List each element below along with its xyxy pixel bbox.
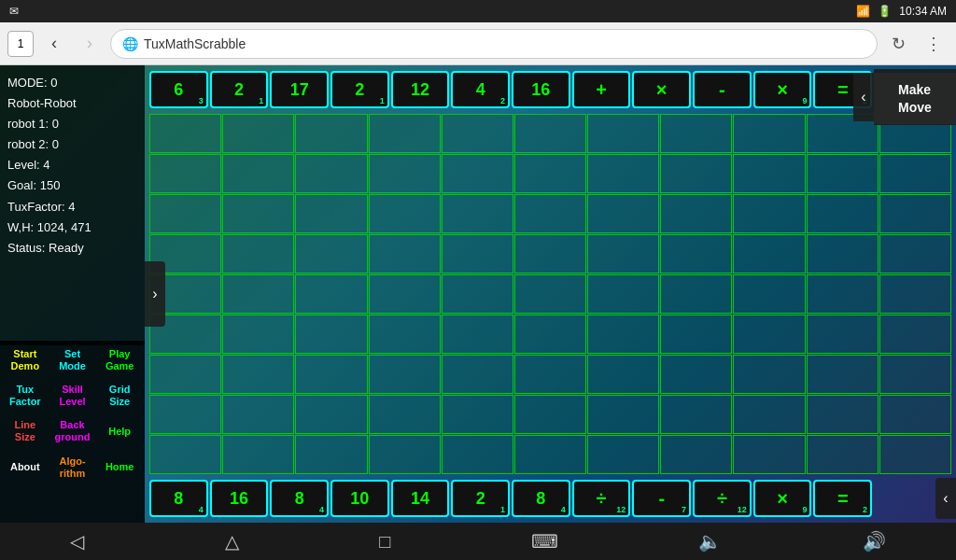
grid-cell[interactable] [587,435,659,474]
bottom-chevron-button[interactable]: ‹ [935,478,956,519]
grid-cell[interactable] [369,114,441,153]
grid-cell[interactable] [879,395,951,434]
help-button[interactable]: Help [96,414,143,449]
grid-cell[interactable] [514,355,586,394]
grid-cell[interactable] [514,114,586,153]
grid-cell[interactable] [733,154,805,193]
grid-cell[interactable] [442,435,513,474]
browser-menu-button[interactable]: ⋮ [919,29,949,59]
grid-cell[interactable] [660,274,732,314]
grid-cell[interactable] [222,355,294,394]
algorithm-button[interactable]: Algo-rithm [49,450,96,484]
grid-cell[interactable] [879,315,951,354]
make-move-label-container[interactable]: MakeMove [874,73,956,124]
grid-cell[interactable] [879,194,951,233]
grid-cell[interactable] [149,355,221,394]
grid-cell[interactable] [442,355,513,394]
grid-cell[interactable] [660,395,732,434]
grid-cell[interactable] [587,154,659,193]
grid-cell[interactable] [295,114,367,153]
grid-cell[interactable] [442,315,513,354]
tile-bottom[interactable]: 84 [270,480,329,517]
grid-cell[interactable] [149,395,221,434]
back-nav-icon[interactable]: ◁ [70,530,84,553]
grid-cell[interactable] [807,355,879,394]
volume-down-icon[interactable]: 🔈 [698,530,722,553]
tile-top[interactable]: 42 [451,71,510,108]
about-button[interactable]: About [2,450,49,484]
grid-cell[interactable] [807,315,879,354]
tile-top[interactable]: × [632,71,691,108]
grid-cell[interactable] [660,154,732,193]
grid-cell[interactable] [222,435,294,474]
grid-cell[interactable] [369,395,441,434]
grid-cell[interactable] [369,274,441,314]
grid-cell[interactable] [295,355,367,394]
grid-cell[interactable] [733,435,805,474]
expand-panel-button[interactable]: › [145,261,165,327]
tab-button[interactable]: 1 [7,31,34,57]
grid-cell[interactable] [222,194,294,233]
grid-cell[interactable] [514,395,586,434]
grid-cell[interactable] [733,234,805,273]
grid-cell[interactable] [660,114,732,153]
home-button[interactable]: Home [96,450,143,484]
grid-cell[interactable] [295,234,367,273]
grid-cell[interactable] [587,315,659,354]
tile-bottom[interactable]: 84 [149,480,208,517]
tile-top[interactable]: 17 [270,71,329,108]
grid-cell[interactable] [295,154,367,193]
tile-top[interactable]: + [572,71,631,108]
home-nav-icon[interactable]: △ [225,530,239,553]
tile-bottom[interactable]: =2 [813,480,872,517]
grid-cell[interactable] [369,315,441,354]
grid-cell[interactable] [587,114,659,153]
grid-cell[interactable] [660,355,732,394]
tile-top[interactable]: 21 [210,71,269,108]
grid-cell[interactable] [295,274,367,314]
grid-cell[interactable] [222,395,294,434]
tile-top[interactable]: - [693,71,752,108]
tile-top[interactable]: 12 [391,71,450,108]
grid-cell[interactable] [587,395,659,434]
grid-cell[interactable] [442,234,513,273]
grid-cell[interactable] [807,395,879,434]
tile-bottom[interactable]: 14 [391,480,450,517]
volume-up-icon[interactable]: 🔊 [863,530,886,553]
line-size-button[interactable]: LineSize [2,414,49,449]
grid-cell[interactable] [879,435,951,474]
tile-bottom[interactable]: ÷12 [693,480,752,517]
grid-cell[interactable] [222,114,294,153]
grid-cell[interactable] [295,435,367,474]
tile-top[interactable]: 63 [149,71,208,108]
start-demo-button[interactable]: StartDemo [2,343,49,377]
grid-cell[interactable] [733,274,805,314]
grid-cell[interactable] [733,194,805,233]
grid-cell[interactable] [587,194,659,233]
grid-cell[interactable] [733,355,805,394]
grid-cell[interactable] [587,234,659,273]
grid-cell[interactable] [442,395,513,434]
tile-bottom[interactable]: 21 [451,480,510,517]
grid-cell[interactable] [514,194,586,233]
play-game-button[interactable]: PlayGame [96,343,143,377]
grid-cell[interactable] [442,194,513,233]
tile-bottom[interactable]: 10 [330,480,389,517]
grid-cell[interactable] [587,355,659,394]
grid-cell[interactable] [295,315,367,354]
grid-cell[interactable] [879,154,951,193]
reload-button[interactable]: ↻ [883,29,913,59]
tile-bottom[interactable]: 84 [512,480,570,517]
grid-cell[interactable] [369,355,441,394]
grid-cell[interactable] [514,274,586,314]
grid-cell[interactable] [222,315,294,354]
grid-cell[interactable] [587,274,659,314]
tile-bottom[interactable]: -7 [632,480,691,517]
grid-cell[interactable] [660,234,732,273]
recent-nav-icon[interactable]: □ [379,531,390,553]
grid-cell[interactable] [807,274,879,314]
grid-cell[interactable] [369,194,441,233]
grid-cell[interactable] [442,114,513,153]
grid-cell[interactable] [149,154,221,193]
grid-cell[interactable] [514,154,586,193]
